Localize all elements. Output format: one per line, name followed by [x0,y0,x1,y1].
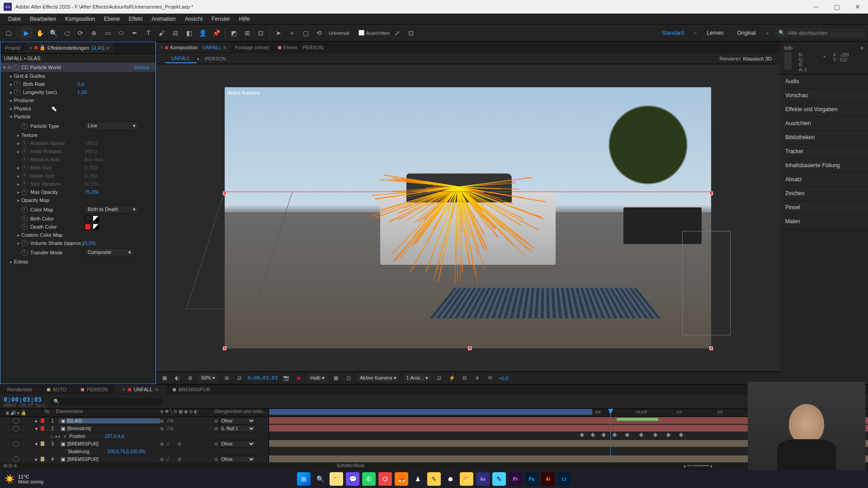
roto-tool-icon[interactable]: 👤 [197,27,208,39]
eyedropper-icon[interactable] [93,216,99,222]
hand-tool-icon[interactable]: ✋ [34,27,46,39]
workspace-original[interactable]: Original [734,28,760,38]
effect-header[interactable]: ▾ fx CC Particle World Zurück [0,63,156,72]
prop-birth-color[interactable]: Birth Color [30,216,85,221]
resolution-select[interactable]: Halb ▾ [307,374,327,382]
anchor-tool-icon[interactable]: ⊕ [88,27,100,39]
prop-particle-type[interactable]: Particle Type [30,123,85,129]
prop-physics[interactable]: Physics [14,106,68,111]
panel-align[interactable]: Ausrichten [780,117,868,131]
tl-tab-unfall[interactable]: ×UNFALL≡ [115,385,165,394]
prop-particle[interactable]: Particle [14,114,68,119]
workspace-standard[interactable]: Standard [658,28,688,38]
layer-row-bremsspur-3[interactable]: ▾ 3 ▣ [BREMSSPUR] ⊕ / ⊘ ⊚ Ohne [0,440,269,448]
text-tool-icon[interactable]: T [142,27,154,39]
layer-row-bremslicht[interactable]: ▾ 2 ▣ [Bremslicht] ⊕ / fx ⊚ 5. Null 1 [0,425,269,432]
region-icon[interactable]: ⊡ [235,374,243,382]
death-color-swatch[interactable] [85,224,91,230]
tl-tab-auto[interactable]: AUTO [40,385,74,394]
menu-file[interactable]: Datei [4,14,25,24]
start-icon[interactable]: ⊞ [297,472,311,486]
window-maximize[interactable]: ▢ [826,0,847,14]
selection-tool-icon[interactable]: ▶ [20,27,32,39]
app-icon-2[interactable]: ✎ [427,472,441,486]
prop-texture[interactable]: Texture [21,132,75,138]
prop-color-map[interactable]: Color Map [30,207,85,212]
menu-edit[interactable]: Bearbeiten [25,14,61,24]
3d-icon[interactable]: ◫ [344,374,353,382]
tab-effect-controls[interactable]: × 🔒 Effekteinstellungen GLAS ≡ [25,42,113,53]
prop-row-scale[interactable]: Skalierung 100,0,74,0,100,0% [0,448,269,455]
box-icon[interactable]: ▢ [300,27,311,39]
pen-tool-icon[interactable]: ✒ [129,27,141,39]
app-icon-3[interactable]: ✎ [492,472,506,486]
rotate-tool-icon[interactable]: ⟳ [75,27,86,39]
snapshot-icon[interactable]: 📷 [282,374,290,382]
tab-project[interactable]: Projekt [0,43,25,53]
exposure-value[interactable]: +0,0 [499,375,509,381]
firefox-icon[interactable]: 🦊 [395,472,408,486]
eyedropper-icon[interactable] [93,224,99,230]
world-axis-icon[interactable]: ⊞ [241,27,253,39]
menu-animation[interactable]: Animation [147,14,180,24]
prop-extras[interactable]: Extras [14,259,68,264]
renderer-select[interactable]: Klassisch 3D [743,56,772,61]
pixel-icon[interactable]: ⊡ [435,374,443,382]
prop-producer[interactable]: Producer [14,98,68,103]
orbit-tool-icon[interactable]: ⭯ [61,27,73,39]
refresh-icon[interactable]: ⟲ [313,27,325,39]
panel-libraries[interactable]: Bibliotheken [780,131,868,145]
panel-brush[interactable]: Pinsel [780,201,868,215]
prop-max-opacity[interactable]: Max Opacity [30,189,85,195]
app-icon-1[interactable]: ♟ [411,472,425,486]
obs-icon[interactable]: ⏺ [443,472,457,486]
pr-icon[interactable]: Pr [509,472,522,486]
folder-icon[interactable]: 📂 [460,472,473,486]
add-icon[interactable]: + [286,27,298,39]
whatsapp-icon[interactable]: ✆ [362,472,376,486]
home-icon[interactable] [3,27,14,39]
viewer-tab-footage[interactable]: Footage (ohne) [231,43,274,52]
composition-viewport[interactable]: Aktive Kamera [156,64,780,371]
teams-icon[interactable]: 💬 [346,472,359,486]
prop-birth-rate[interactable]: Birth Rate [23,81,77,87]
reset-exposure-icon[interactable]: ⟲ [486,374,494,382]
color-map-select[interactable]: Birth to Death▾ [85,205,139,214]
window-minimize[interactable]: ─ [806,0,826,14]
transparency-icon[interactable]: ▦ [332,374,340,382]
arrow-icon[interactable]: ➤ [273,27,284,39]
menu-help[interactable]: Hilfe [235,14,255,24]
mask-icon[interactable]: ◐ [173,374,181,382]
grid-icon[interactable]: ⊞ [222,374,231,382]
prop-longevity[interactable]: Longevity (sec) [23,89,77,95]
reset-link[interactable]: Zurück [134,65,149,70]
ae-taskbar-icon[interactable]: Ae [476,472,490,486]
sub-tab-person[interactable]: PERSON [199,55,232,63]
layer-row-bremsspur-4[interactable]: ▸ 4 ▣ [BREMSSPUR] ⊕ / ⊘ ⊚ Ohne [0,455,269,463]
alpha-icon[interactable]: ▦ [160,374,169,382]
timeline-search[interactable]: 🔍 [50,398,163,405]
zoom-select[interactable]: 50% ▾ [198,374,218,382]
parent-select[interactable]: Ohne [219,418,255,424]
brush-tool-icon[interactable]: 🖌 [156,27,168,39]
guides-icon[interactable]: ⊞ [186,374,194,382]
tl-tab-render[interactable]: Renderliste [0,385,40,394]
views-select[interactable]: 1 Ansi... ▾ [404,374,431,382]
panel-effects[interactable]: Effekte und Vorgaben [780,103,868,117]
sub-tab-unfall[interactable]: UNFALL [165,54,197,63]
snapping-checkbox[interactable] [359,30,364,36]
viewer-tab-layer[interactable]: Ebene PERSON [274,43,328,52]
menu-window[interactable]: Fenster [207,14,235,24]
menu-layer[interactable]: Ebene [99,14,124,24]
panel-menu-icon[interactable]: ≡ [861,45,863,51]
panel-preview[interactable]: Vorschau [780,89,868,103]
prop-death-color[interactable]: Death Color [30,224,85,230]
window-close[interactable]: ✕ [847,0,868,14]
zoom-tool-icon[interactable]: 🔍 [47,27,59,39]
toggle-switches[interactable]: Schalter/Modi [336,463,364,469]
prop-transfer-mode[interactable]: Transfer Mode [30,250,85,255]
explorer-icon[interactable]: 📁 [330,472,343,486]
layer-row-glas[interactable]: ▸ 1 ▣ [GLAS] ⊕ / fx ⊚ Ohne [0,417,269,425]
timeline-icon[interactable]: ⊟ [461,374,469,382]
menu-composition[interactable]: Komposition [61,14,99,24]
